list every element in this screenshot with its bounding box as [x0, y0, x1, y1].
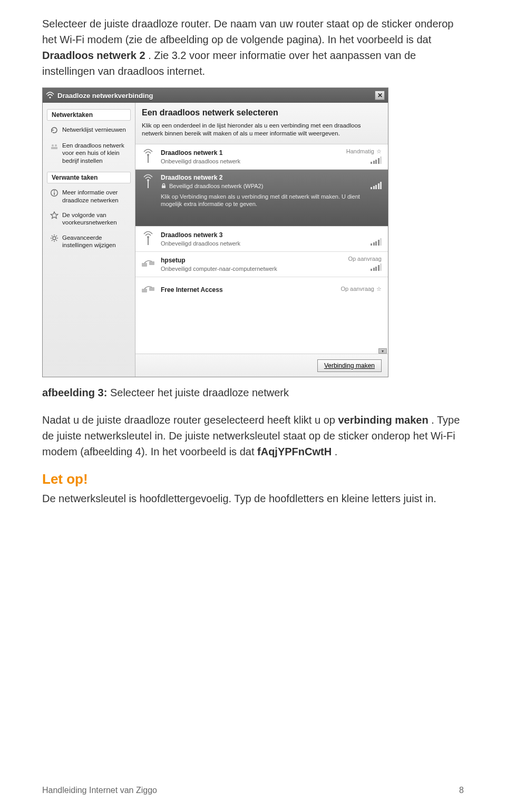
svg-point-6 [54, 191, 55, 192]
scroll-down-icon[interactable]: ▾ [378, 348, 387, 354]
paragraph-warning: De netwerksleutel is hoofdlettergevoelig… [42, 491, 464, 506]
network-sub: Onbeveiligd computer-naar-computernetwer… [161, 266, 343, 272]
signal-bars-icon [371, 238, 382, 246]
svg-rect-22 [148, 238, 149, 245]
text: Nadat u de juiste draadloze router gesel… [42, 414, 338, 426]
svg-rect-5 [54, 192, 55, 195]
svg-line-12 [52, 236, 53, 237]
svg-point-0 [49, 96, 51, 98]
wireless-dialog: Draadloze netwerkverbinding ✕ Netwerktak… [42, 87, 388, 377]
sidebar: Netwerktaken Netwerklijst vernieuwen Een… [43, 103, 135, 377]
star-icon: ☆ [376, 286, 382, 292]
svg-rect-1 [51, 147, 57, 149]
network-row[interactable]: Draadloos netwerk 3 Onbeveiligd draadloo… [135, 227, 388, 252]
network-sub: Beveiligd draadloos netwerk (WPA2) [169, 183, 263, 189]
sidebar-item-label: Een draadloos netwerk voor een huis of k… [62, 142, 129, 164]
titlebar: Draadloze netwerkverbinding ✕ [43, 88, 388, 103]
network-status: Op aanvraag [340, 286, 374, 292]
wifi-icon [46, 92, 54, 99]
network-row-selected[interactable]: Draadloos netwerk 2 Beveiligd draadloos … [135, 170, 388, 227]
text-bold: fAqjYPFnCwtH [257, 446, 332, 457]
svg-rect-26 [149, 287, 154, 291]
network-row[interactable]: Free Internet Access Op aanvraag ☆ [135, 277, 388, 302]
star-icon [50, 211, 59, 220]
text-bold: Draadloos netwerk 2 [42, 50, 145, 61]
window-title: Draadloze netwerkverbinding [57, 92, 372, 100]
refresh-icon [50, 126, 59, 134]
page-footer: Handleiding Internet van Ziggo 8 [42, 786, 464, 795]
lock-icon [161, 183, 167, 190]
svg-rect-19 [148, 181, 149, 188]
svg-line-15 [56, 236, 57, 237]
connect-button[interactable]: Verbinding maken [317, 359, 382, 372]
svg-line-13 [56, 240, 57, 241]
svg-point-7 [53, 237, 56, 240]
footer-title: Handleiding Internet van Ziggo [42, 786, 157, 795]
svg-rect-23 [142, 263, 147, 267]
sidebar-item-info[interactable]: Meer informatie over draadloze netwerken [43, 185, 135, 208]
svg-rect-24 [149, 261, 154, 265]
network-name: Draadloos netwerk 3 [161, 231, 365, 239]
network-row[interactable]: Draadloos netwerk 1 Onbeveiligd draadloo… [135, 144, 388, 170]
antenna-icon [141, 231, 155, 247]
network-list: Draadloos netwerk 1 Onbeveiligd draadloo… [135, 144, 388, 354]
sidebar-item-label: Netwerklijst vernieuwen [62, 126, 126, 133]
dialog-body: Netwerktaken Netwerklijst vernieuwen Een… [43, 103, 388, 377]
sidebar-heading: Verwante taken [47, 172, 131, 183]
page-number: 8 [459, 786, 464, 795]
sidebar-item-refresh[interactable]: Netwerklijst vernieuwen [43, 123, 135, 139]
star-icon: ☆ [376, 148, 382, 155]
svg-rect-20 [162, 185, 166, 188]
caption-text: Selecteer het juiste draadloze netwerk [110, 387, 289, 398]
svg-rect-25 [142, 289, 147, 292]
text: Selecteer de juiste draadloze router. De… [42, 18, 453, 45]
main-panel: Een draadloos netwerk selecteren Klik op… [135, 103, 388, 377]
sidebar-item-advanced[interactable]: Geavanceerde instellingen wijzigen [43, 231, 135, 253]
sidebar-heading: Netwerktaken [47, 109, 131, 121]
svg-line-14 [52, 240, 53, 241]
paragraph-after: Nadat u de juiste draadloze router gesel… [42, 412, 464, 459]
network-status: Handmatig [346, 148, 374, 154]
signal-bars-icon [371, 182, 382, 189]
sidebar-item-label: Meer informatie over draadloze netwerken [62, 189, 129, 204]
sidebar-item-setup[interactable]: Een draadloos netwerk voor een huis of k… [43, 139, 135, 169]
figure-caption: afbeelding 3: Selecteer het juiste draad… [42, 385, 464, 400]
info-icon [50, 189, 59, 197]
svg-point-3 [55, 144, 57, 146]
network-description: Klik op Verbinding maken als u verbindin… [161, 193, 365, 208]
text: . [335, 446, 338, 457]
sidebar-item-label: De volgorde van voorkeursnetwerken [62, 211, 129, 227]
warning-heading: Let op! [42, 471, 464, 487]
caption-label: afbeelding 3: [42, 387, 107, 398]
network-name: hpsetup [161, 257, 343, 264]
main-header: Een draadloos netwerk selecteren Klik op… [135, 103, 388, 144]
signal-bars-icon [371, 156, 382, 164]
sidebar-item-order[interactable]: De volgorde van voorkeursnetwerken [43, 208, 135, 231]
paragraph-intro: Selecteer de juiste draadloze router. De… [42, 16, 464, 79]
network-name: Draadloos netwerk 2 [161, 174, 365, 181]
network-sub: Onbeveiligd draadloos netwerk [161, 158, 341, 164]
gear-icon [50, 234, 59, 242]
dialog-footer: ▾ Verbinding maken [135, 354, 388, 377]
connect-button-label: Verbinding maken [324, 362, 375, 369]
adhoc-icon [141, 284, 155, 296]
adhoc-icon [141, 258, 155, 270]
network-sub: Onbeveiligd draadloos netwerk [161, 240, 365, 247]
antenna-icon [141, 149, 155, 164]
svg-point-2 [52, 144, 54, 146]
antenna-icon [141, 174, 155, 190]
close-icon[interactable]: ✕ [375, 91, 385, 100]
home-network-icon [50, 142, 59, 150]
text-bold: verbinding maken [338, 414, 428, 426]
network-row[interactable]: hpsetup Onbeveiligd computer-naar-comput… [135, 252, 388, 277]
network-status: Op aanvraag [348, 256, 382, 262]
main-heading: Een draadloos netwerk selecteren [142, 108, 382, 118]
signal-bars-icon [371, 263, 382, 271]
network-name: Draadloos netwerk 1 [161, 149, 341, 156]
network-name: Free Internet Access [161, 286, 335, 294]
sidebar-item-label: Geavanceerde instellingen wijzigen [62, 234, 129, 249]
main-intro: Klik op een onderdeel in de lijst hieron… [142, 122, 382, 138]
svg-rect-17 [148, 155, 149, 163]
